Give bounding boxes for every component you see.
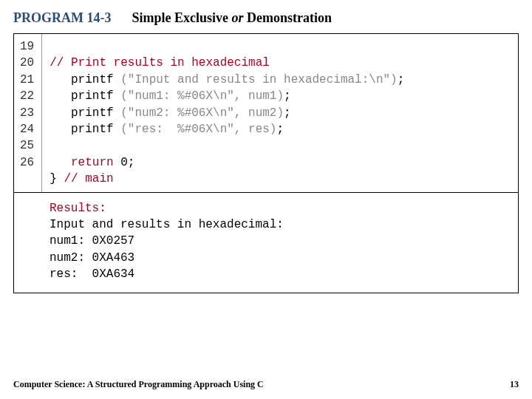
slide-title: Simple Exclusive or Demonstration [132,10,332,26]
line-number: 22 [20,88,34,104]
code-region: 19 20 21 22 23 24 25 26 // Print results… [13,33,519,293]
code-line: printf ("res: %#06X\n", res); [50,123,284,136]
footer-book-title: Computer Science: A Structured Programmi… [13,379,264,390]
code-comment: // Print results in hexadecimal [50,56,270,69]
code-comment: // main [64,172,113,185]
code-line: } // main [50,172,113,185]
title-suffix: Demonstration [244,10,332,25]
code-block: 19 20 21 22 23 24 25 26 // Print results… [14,34,518,192]
line-number: 23 [20,105,34,121]
code-line: printf ("num1: %#06X\n", num1); [50,89,290,103]
slide-footer: Computer Science: A Structured Programmi… [13,379,519,390]
line-number-gutter: 19 20 21 22 23 24 25 26 [14,34,42,192]
footer-page-number: 13 [510,379,519,390]
code-line: return 0; [50,156,134,169]
results-line: num1: 0X0257 [50,234,134,248]
line-number: 24 [20,121,34,137]
code-lines: // Print results in hexadecimal printf (… [42,34,412,192]
line-number: 19 [20,38,34,55]
code-line: printf ("Input and results in hexadecima… [50,73,404,86]
results-label: Results: [50,202,106,215]
line-number: 26 [20,154,34,171]
code-line: // Print results in hexadecimal [50,56,270,69]
results-block: Results: Input and results in hexadecima… [14,192,518,293]
slide-header: PROGRAM 14-3 Simple Exclusive or Demonst… [0,0,532,33]
title-italic: or [232,10,244,25]
results-line: res: 0XA634 [50,267,134,281]
program-label: PROGRAM 14-3 [13,10,111,26]
code-line [50,139,57,152]
results-line: Input and results in hexadecimal: [50,218,284,231]
line-number: 25 [20,137,34,154]
line-number: 21 [20,72,34,88]
code-line: printf ("num2: %#06X\n", num2); [50,106,290,120]
results-line: num2: 0XA463 [50,251,134,265]
line-number: 20 [20,55,34,71]
title-prefix: Simple Exclusive [132,10,231,25]
